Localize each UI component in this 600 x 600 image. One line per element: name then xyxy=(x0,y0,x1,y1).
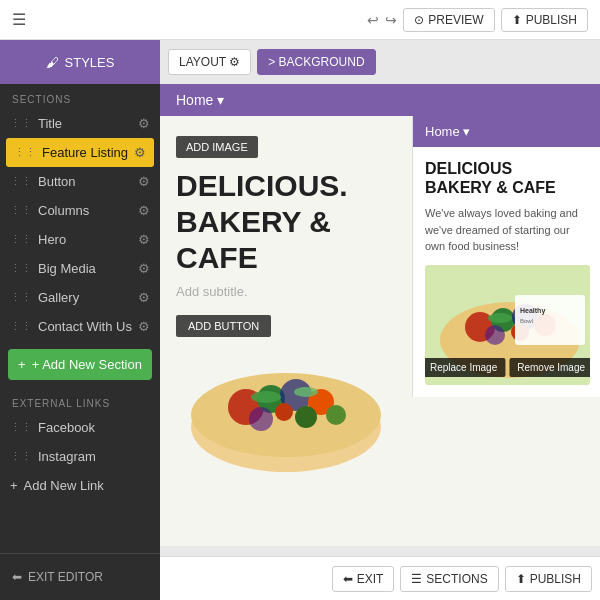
sidebar-item-instagram-label: Instagram xyxy=(38,449,96,464)
exit-icon: ⬅ xyxy=(343,572,353,586)
exit-button[interactable]: ⬅ EXIT xyxy=(332,566,395,592)
brush-icon: 🖌 xyxy=(46,55,59,70)
sidebar-item-feature-listing[interactable]: ⋮⋮ Feature Listing ⚙ xyxy=(6,138,154,167)
canvas-toolbar: LAYOUT ⚙ > BACKGROUND xyxy=(160,40,600,84)
svg-point-11 xyxy=(294,387,318,397)
svg-point-9 xyxy=(295,406,317,428)
page-content: Home ▾ ADD IMAGE DELICIOUS. BAKERY & CAF… xyxy=(160,84,600,556)
layout-label: LAYOUT ⚙ xyxy=(179,55,240,69)
gear-icon-active[interactable]: ⚙ xyxy=(134,145,146,160)
sections-label: SECTIONS xyxy=(0,84,160,109)
remove-image-button[interactable]: Remove Image xyxy=(509,358,590,377)
bottom-bar: ⬅ EXIT ☰ SECTIONS ⬆ PUBLISH xyxy=(160,556,600,600)
hero-section: ADD IMAGE DELICIOUS. BAKERY & CAFE Add s… xyxy=(160,116,600,546)
sidebar-item-contact-label: Contact With Us xyxy=(38,319,132,334)
exit-label: EXIT EDITOR xyxy=(28,570,103,584)
svg-text:Healthy: Healthy xyxy=(520,307,545,315)
food-image xyxy=(176,347,396,477)
svg-point-8 xyxy=(275,403,293,421)
sidebar-item-hero[interactable]: ⋮⋮ Hero ⚙ xyxy=(0,225,160,254)
right-panel-nav: Home ▾ xyxy=(413,116,600,147)
hero-subtitle: Add subtitle. xyxy=(176,284,396,299)
preview-icon: ⊙ xyxy=(414,13,424,27)
background-button[interactable]: > BACKGROUND xyxy=(257,49,375,75)
replace-image-button[interactable]: Replace Image xyxy=(425,358,505,377)
right-panel-nav-label[interactable]: Home ▾ xyxy=(425,124,470,139)
undo-icon[interactable]: ↩ xyxy=(367,12,379,28)
publish-bottom-button[interactable]: ⬆ PUBLISH xyxy=(505,566,592,592)
sidebar-item-button-label: Button xyxy=(38,174,76,189)
gear-icon[interactable]: ⚙ xyxy=(138,232,150,247)
sidebar-item-title-label: Title xyxy=(38,116,62,131)
right-panel-title: DELICIOUS BAKERY & CAFE xyxy=(425,159,590,197)
preview-button[interactable]: ⊙ PREVIEW xyxy=(403,8,494,32)
drag-icon: ⋮⋮ xyxy=(10,262,32,275)
sidebar-item-big-media[interactable]: ⋮⋮ Big Media ⚙ xyxy=(0,254,160,283)
sidebar-item-hero-label: Hero xyxy=(38,232,66,247)
right-panel-description: We've always loved baking and we've drea… xyxy=(425,205,590,255)
add-button-button[interactable]: ADD BUTTON xyxy=(176,307,396,337)
drag-icon: ⋮⋮ xyxy=(10,320,32,333)
layout-button[interactable]: LAYOUT ⚙ xyxy=(168,49,251,75)
exit-label: EXIT xyxy=(357,572,384,586)
exit-editor-button[interactable]: ⬅ EXIT EDITOR xyxy=(0,562,160,592)
add-link-label: Add New Link xyxy=(24,478,104,493)
sidebar-item-contact[interactable]: ⋮⋮ Contact With Us ⚙ xyxy=(0,312,160,341)
drag-icon: ⋮⋮ xyxy=(10,204,32,217)
sidebar-item-columns[interactable]: ⋮⋮ Columns ⚙ xyxy=(0,196,160,225)
sidebar: 🖌 STYLES SECTIONS ⋮⋮ Title ⚙ ⋮⋮ Feature … xyxy=(0,40,160,600)
publish-icon: ⬆ xyxy=(516,572,526,586)
top-bar-left: ☰ xyxy=(12,10,26,29)
hero-title-line1: DELICIOUS. xyxy=(176,168,396,204)
top-bar-right: ↩ ↪ ⊙ PREVIEW ⬆ PUBLISH xyxy=(367,8,588,32)
gear-icon[interactable]: ⚙ xyxy=(138,261,150,276)
hero-title-line2: BAKERY & CAFE xyxy=(176,204,396,276)
sidebar-item-facebook[interactable]: ⋮⋮ Facebook xyxy=(0,413,160,442)
add-button-label: ADD BUTTON xyxy=(176,315,271,337)
sections-button[interactable]: ☰ SECTIONS xyxy=(400,566,498,592)
sidebar-item-columns-label: Columns xyxy=(38,203,89,218)
add-section-label: + Add New Section xyxy=(32,357,142,372)
sidebar-item-gallery[interactable]: ⋮⋮ Gallery ⚙ xyxy=(0,283,160,312)
page-nav: Home ▾ xyxy=(160,84,600,116)
gear-icon[interactable]: ⚙ xyxy=(138,116,150,131)
sidebar-item-gallery-label: Gallery xyxy=(38,290,79,305)
right-panel: Home ▾ DELICIOUS BAKERY & CAFE We've alw… xyxy=(412,116,600,397)
gear-icon[interactable]: ⚙ xyxy=(138,174,150,189)
sections-label: SECTIONS xyxy=(426,572,487,586)
sidebar-bottom: ⬅ EXIT EDITOR xyxy=(0,553,160,600)
plus-icon: + xyxy=(10,478,18,493)
svg-point-6 xyxy=(326,405,346,425)
add-section-button[interactable]: + + Add New Section xyxy=(8,349,152,380)
sidebar-header-label: STYLES xyxy=(65,55,115,70)
preview-label: PREVIEW xyxy=(428,13,483,27)
svg-point-10 xyxy=(251,391,281,403)
sidebar-item-title[interactable]: ⋮⋮ Title ⚙ xyxy=(0,109,160,138)
drag-icon: ⋮⋮ xyxy=(10,117,32,130)
nav-home-label[interactable]: Home ▾ xyxy=(176,92,224,108)
add-image-button[interactable]: ADD IMAGE xyxy=(176,136,396,168)
top-bar: ☰ ↩ ↪ ⊙ PREVIEW ⬆ PUBLISH xyxy=(0,0,600,40)
hero-left: ADD IMAGE DELICIOUS. BAKERY & CAFE Add s… xyxy=(160,116,412,497)
drag-icon: ⋮⋮ xyxy=(10,233,32,246)
gear-icon[interactable]: ⚙ xyxy=(138,319,150,334)
drag-icon: ⋮⋮ xyxy=(10,450,32,463)
sidebar-item-button[interactable]: ⋮⋮ Button ⚙ xyxy=(0,167,160,196)
sidebar-item-instagram[interactable]: ⋮⋮ Instagram xyxy=(0,442,160,471)
redo-icon[interactable]: ↪ xyxy=(385,12,397,28)
sidebar-header: 🖌 STYLES xyxy=(0,40,160,84)
add-link-item[interactable]: + Add New Link xyxy=(0,471,160,500)
publish-button[interactable]: ⬆ PUBLISH xyxy=(501,8,588,32)
gear-icon[interactable]: ⚙ xyxy=(138,203,150,218)
drag-icon: ⋮⋮ xyxy=(10,291,32,304)
svg-point-18 xyxy=(485,325,505,345)
right-food-image: Healthy Bowl Replace Image Remove Image xyxy=(425,265,590,385)
hero-title: DELICIOUS. BAKERY & CAFE xyxy=(176,168,396,276)
canvas-area: LAYOUT ⚙ > BACKGROUND Home ▾ ADD IMAGE D… xyxy=(160,40,600,600)
publish-label: PUBLISH xyxy=(526,13,577,27)
main-layout: 🖌 STYLES SECTIONS ⋮⋮ Title ⚙ ⋮⋮ Feature … xyxy=(0,40,600,600)
image-actions: Replace Image Remove Image xyxy=(425,358,590,377)
hamburger-icon[interactable]: ☰ xyxy=(12,10,26,29)
add-image-label: ADD IMAGE xyxy=(176,136,258,158)
gear-icon[interactable]: ⚙ xyxy=(138,290,150,305)
